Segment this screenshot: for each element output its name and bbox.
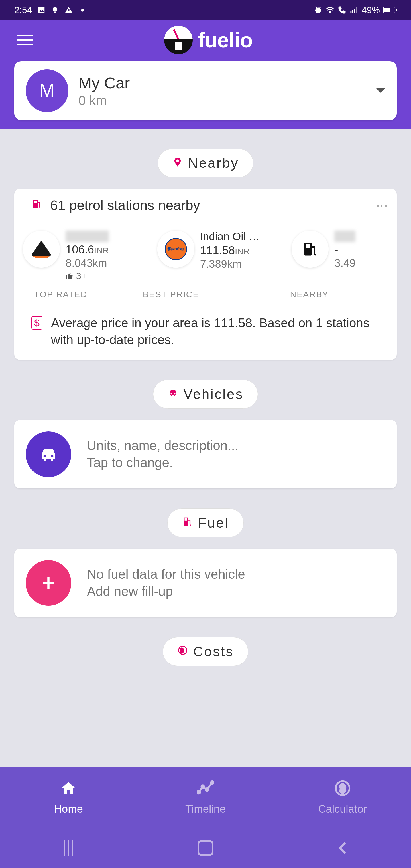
station-nearby[interactable]: - 3.49 (292, 230, 388, 282)
svg-point-21 (44, 455, 46, 457)
fuel-pump-icon (31, 198, 42, 212)
fuel-label: Fuel (198, 515, 229, 531)
svg-rect-5 (68, 8, 70, 11)
call-icon (338, 6, 346, 14)
vehicle-selector[interactable]: M My Car 0 km (14, 61, 397, 120)
fuel-line1: No fuel data for this vehicle (87, 566, 245, 583)
dollar-circle-icon: $ (177, 644, 188, 658)
svg-point-20 (174, 393, 176, 395)
fuel-line2: Add new fill-up (87, 583, 245, 600)
vehicle-name: My Car (78, 73, 366, 92)
fuel-card[interactable]: No fuel data for this vehicle Add new fi… (14, 549, 397, 617)
nearby-footer: $ Average price in your area is 111.58. … (14, 306, 397, 354)
vehicles-line2: Tap to change. (87, 454, 239, 471)
station-distance: 8.043km (66, 257, 109, 269)
svg-point-30 (202, 785, 204, 788)
vehicles-line1: Units, name, description... (87, 437, 239, 454)
more-menu-button[interactable]: ⋮ (379, 200, 385, 211)
system-nav (0, 828, 411, 868)
station-name (334, 230, 355, 242)
station-brand-icon (292, 230, 329, 268)
location-pin-icon (172, 156, 183, 170)
fuel-pump-icon (182, 516, 193, 530)
svg-point-32 (211, 781, 214, 784)
cash-icon: $ (31, 316, 42, 330)
average-price-text: Average price in your area is 111.58. Ba… (51, 314, 380, 348)
signal-icon (350, 6, 358, 14)
svg-rect-12 (354, 8, 355, 13)
status-bar: 2:54 ● 49% (0, 0, 411, 20)
battery-percent: 49% (362, 5, 380, 16)
vehicles-chip[interactable]: Vehicles (153, 380, 258, 409)
svg-point-29 (197, 791, 200, 794)
station-price: - (334, 243, 355, 256)
image-icon (37, 6, 45, 14)
station-name: Indian Oil … (200, 230, 260, 243)
station-brand-icon: इंडियनऑयल (157, 230, 194, 268)
station-top-rated[interactable]: 106.6INR 8.043km 3+ (23, 230, 151, 282)
svg-point-19 (170, 393, 172, 395)
costs-chip[interactable]: $ Costs (163, 637, 248, 666)
station-distance: 3.49 (334, 257, 355, 269)
car-icon (168, 387, 178, 401)
app-logo: fuelio (33, 26, 384, 54)
menu-button[interactable] (17, 32, 33, 48)
car-icon (26, 431, 71, 477)
home-icon (60, 780, 77, 800)
svg-rect-11 (352, 10, 353, 13)
nav-home[interactable]: Home (0, 767, 137, 828)
add-icon[interactable] (26, 560, 71, 606)
station-best-price[interactable]: इंडियनऑयल Indian Oil … 111.58INR 7.389km (157, 230, 286, 282)
nearby-chip[interactable]: Nearby (158, 149, 254, 178)
vehicles-card[interactable]: Units, name, description... Tap to chang… (14, 420, 397, 489)
nearby-card: 61 petrol stations nearby ⋮ 106.6INR 8.0… (14, 189, 397, 360)
svg-text:$: $ (180, 647, 185, 654)
back-button[interactable] (331, 837, 354, 860)
alarm-icon (314, 6, 322, 14)
station-brand-icon (23, 230, 60, 268)
timeline-icon (197, 780, 214, 800)
nav-calculator[interactable]: $ Calculator (274, 767, 411, 828)
svg-point-14 (176, 159, 179, 162)
status-time: 2:54 (14, 5, 32, 16)
recent-apps-button[interactable] (57, 837, 80, 860)
svg-rect-18 (306, 244, 310, 248)
svg-rect-13 (356, 7, 357, 13)
svg-rect-10 (350, 11, 351, 13)
svg-point-2 (53, 7, 57, 12)
svg-rect-16 (34, 200, 37, 203)
bulb-icon (51, 6, 59, 14)
station-price: 106.6INR (66, 243, 109, 256)
nearby-title: 61 petrol stations nearby (50, 197, 371, 213)
svg-point-9 (329, 11, 331, 13)
station-price: 111.58INR (200, 244, 260, 257)
fuel-chip[interactable]: Fuel (167, 508, 243, 537)
vehicle-avatar: M (26, 69, 68, 112)
svg-point-31 (205, 788, 208, 791)
chevron-down-icon (376, 89, 385, 93)
fuel-alert-icon (64, 6, 73, 14)
bottom-nav: Home Timeline $ Calculator (0, 767, 411, 828)
dot-icon: ● (78, 6, 87, 14)
svg-line-7 (315, 7, 317, 8)
calculator-icon: $ (334, 780, 351, 800)
svg-rect-0 (38, 7, 45, 13)
home-button[interactable] (194, 837, 217, 860)
gauge-icon (164, 26, 193, 54)
station-distance: 7.389km (200, 258, 260, 270)
vehicle-odometer: 0 km (78, 93, 366, 108)
svg-rect-3 (54, 12, 56, 13)
nearby-label: Nearby (188, 155, 239, 171)
svg-rect-24 (185, 519, 187, 521)
svg-line-8 (319, 7, 321, 8)
nav-timeline[interactable]: Timeline (137, 767, 274, 828)
station-tags: TOP RATED BEST PRICE NEARBY (14, 287, 397, 306)
costs-label: Costs (193, 644, 234, 659)
app-header: fuelio M My Car 0 km (0, 20, 411, 129)
station-name (66, 230, 109, 242)
station-likes: 3+ (66, 271, 109, 282)
battery-icon (383, 7, 397, 13)
vehicles-label: Vehicles (183, 386, 244, 402)
svg-text:$: $ (339, 782, 346, 795)
svg-point-6 (315, 7, 321, 13)
